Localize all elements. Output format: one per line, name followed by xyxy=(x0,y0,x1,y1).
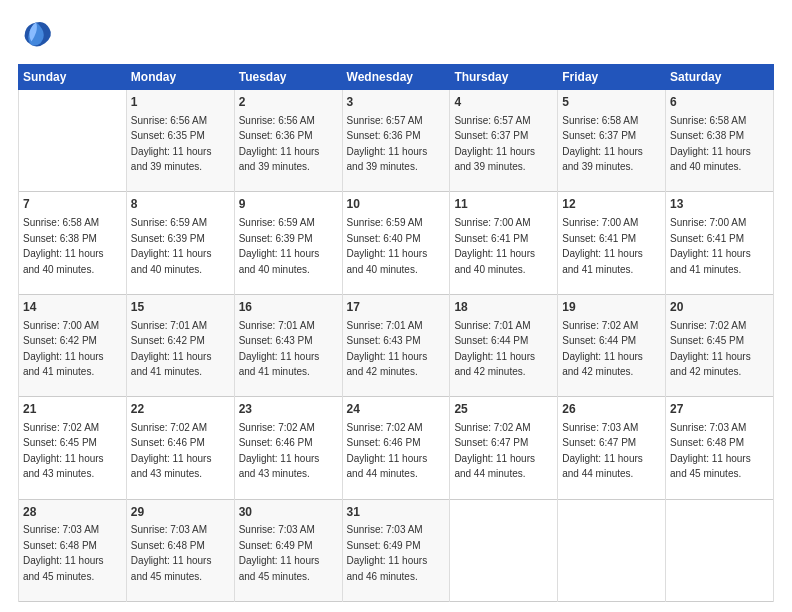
week-row-1: 1Sunrise: 6:56 AMSunset: 6:35 PMDaylight… xyxy=(19,90,774,192)
day-cell: 3Sunrise: 6:57 AMSunset: 6:36 PMDaylight… xyxy=(342,90,450,192)
day-cell: 31Sunrise: 7:03 AMSunset: 6:49 PMDayligh… xyxy=(342,499,450,601)
day-number: 7 xyxy=(23,196,122,213)
day-cell xyxy=(558,499,666,601)
day-info: Sunrise: 7:00 AMSunset: 6:41 PMDaylight:… xyxy=(454,217,535,275)
day-cell: 10Sunrise: 6:59 AMSunset: 6:40 PMDayligh… xyxy=(342,192,450,294)
week-row-4: 21Sunrise: 7:02 AMSunset: 6:45 PMDayligh… xyxy=(19,397,774,499)
day-cell: 16Sunrise: 7:01 AMSunset: 6:43 PMDayligh… xyxy=(234,294,342,396)
day-number: 27 xyxy=(670,401,769,418)
day-cell: 26Sunrise: 7:03 AMSunset: 6:47 PMDayligh… xyxy=(558,397,666,499)
day-number: 22 xyxy=(131,401,230,418)
day-cell: 28Sunrise: 7:03 AMSunset: 6:48 PMDayligh… xyxy=(19,499,127,601)
day-cell: 23Sunrise: 7:02 AMSunset: 6:46 PMDayligh… xyxy=(234,397,342,499)
day-number: 8 xyxy=(131,196,230,213)
day-info: Sunrise: 7:01 AMSunset: 6:42 PMDaylight:… xyxy=(131,320,212,378)
day-number: 25 xyxy=(454,401,553,418)
day-number: 18 xyxy=(454,299,553,316)
day-number: 14 xyxy=(23,299,122,316)
day-cell: 5Sunrise: 6:58 AMSunset: 6:37 PMDaylight… xyxy=(558,90,666,192)
header-cell-saturday: Saturday xyxy=(666,65,774,90)
day-info: Sunrise: 7:03 AMSunset: 6:48 PMDaylight:… xyxy=(131,524,212,582)
day-cell: 19Sunrise: 7:02 AMSunset: 6:44 PMDayligh… xyxy=(558,294,666,396)
day-number: 19 xyxy=(562,299,661,316)
day-cell: 29Sunrise: 7:03 AMSunset: 6:48 PMDayligh… xyxy=(126,499,234,601)
day-cell: 9Sunrise: 6:59 AMSunset: 6:39 PMDaylight… xyxy=(234,192,342,294)
day-info: Sunrise: 7:03 AMSunset: 6:48 PMDaylight:… xyxy=(23,524,104,582)
day-info: Sunrise: 7:00 AMSunset: 6:42 PMDaylight:… xyxy=(23,320,104,378)
day-info: Sunrise: 7:00 AMSunset: 6:41 PMDaylight:… xyxy=(562,217,643,275)
day-number: 20 xyxy=(670,299,769,316)
day-number: 9 xyxy=(239,196,338,213)
day-info: Sunrise: 7:02 AMSunset: 6:46 PMDaylight:… xyxy=(347,422,428,480)
day-cell xyxy=(450,499,558,601)
day-number: 15 xyxy=(131,299,230,316)
day-cell: 6Sunrise: 6:58 AMSunset: 6:38 PMDaylight… xyxy=(666,90,774,192)
day-info: Sunrise: 7:02 AMSunset: 6:47 PMDaylight:… xyxy=(454,422,535,480)
day-cell: 4Sunrise: 6:57 AMSunset: 6:37 PMDaylight… xyxy=(450,90,558,192)
page: SundayMondayTuesdayWednesdayThursdayFrid… xyxy=(0,0,792,612)
day-info: Sunrise: 7:01 AMSunset: 6:43 PMDaylight:… xyxy=(239,320,320,378)
day-cell: 25Sunrise: 7:02 AMSunset: 6:47 PMDayligh… xyxy=(450,397,558,499)
day-info: Sunrise: 7:02 AMSunset: 6:46 PMDaylight:… xyxy=(131,422,212,480)
day-info: Sunrise: 7:03 AMSunset: 6:49 PMDaylight:… xyxy=(347,524,428,582)
day-number: 23 xyxy=(239,401,338,418)
day-info: Sunrise: 7:00 AMSunset: 6:41 PMDaylight:… xyxy=(670,217,751,275)
day-cell: 1Sunrise: 6:56 AMSunset: 6:35 PMDaylight… xyxy=(126,90,234,192)
day-cell: 27Sunrise: 7:03 AMSunset: 6:48 PMDayligh… xyxy=(666,397,774,499)
day-info: Sunrise: 6:59 AMSunset: 6:40 PMDaylight:… xyxy=(347,217,428,275)
week-row-3: 14Sunrise: 7:00 AMSunset: 6:42 PMDayligh… xyxy=(19,294,774,396)
calendar-table: SundayMondayTuesdayWednesdayThursdayFrid… xyxy=(18,64,774,602)
day-cell: 22Sunrise: 7:02 AMSunset: 6:46 PMDayligh… xyxy=(126,397,234,499)
header-cell-monday: Monday xyxy=(126,65,234,90)
day-cell: 8Sunrise: 6:59 AMSunset: 6:39 PMDaylight… xyxy=(126,192,234,294)
day-info: Sunrise: 6:56 AMSunset: 6:36 PMDaylight:… xyxy=(239,115,320,173)
logo xyxy=(18,18,58,54)
day-info: Sunrise: 6:57 AMSunset: 6:37 PMDaylight:… xyxy=(454,115,535,173)
day-number: 2 xyxy=(239,94,338,111)
day-number: 11 xyxy=(454,196,553,213)
day-cell: 13Sunrise: 7:00 AMSunset: 6:41 PMDayligh… xyxy=(666,192,774,294)
day-number: 4 xyxy=(454,94,553,111)
day-number: 16 xyxy=(239,299,338,316)
day-info: Sunrise: 6:56 AMSunset: 6:35 PMDaylight:… xyxy=(131,115,212,173)
header xyxy=(18,18,774,54)
day-info: Sunrise: 6:58 AMSunset: 6:37 PMDaylight:… xyxy=(562,115,643,173)
day-number: 24 xyxy=(347,401,446,418)
header-cell-thursday: Thursday xyxy=(450,65,558,90)
day-cell: 30Sunrise: 7:03 AMSunset: 6:49 PMDayligh… xyxy=(234,499,342,601)
day-number: 28 xyxy=(23,504,122,521)
day-number: 17 xyxy=(347,299,446,316)
day-info: Sunrise: 7:03 AMSunset: 6:48 PMDaylight:… xyxy=(670,422,751,480)
day-info: Sunrise: 7:01 AMSunset: 6:43 PMDaylight:… xyxy=(347,320,428,378)
header-cell-sunday: Sunday xyxy=(19,65,127,90)
day-number: 30 xyxy=(239,504,338,521)
day-cell: 21Sunrise: 7:02 AMSunset: 6:45 PMDayligh… xyxy=(19,397,127,499)
day-cell: 12Sunrise: 7:00 AMSunset: 6:41 PMDayligh… xyxy=(558,192,666,294)
header-cell-tuesday: Tuesday xyxy=(234,65,342,90)
day-cell: 15Sunrise: 7:01 AMSunset: 6:42 PMDayligh… xyxy=(126,294,234,396)
day-info: Sunrise: 6:59 AMSunset: 6:39 PMDaylight:… xyxy=(239,217,320,275)
day-cell: 7Sunrise: 6:58 AMSunset: 6:38 PMDaylight… xyxy=(19,192,127,294)
day-cell: 24Sunrise: 7:02 AMSunset: 6:46 PMDayligh… xyxy=(342,397,450,499)
day-info: Sunrise: 6:57 AMSunset: 6:36 PMDaylight:… xyxy=(347,115,428,173)
day-info: Sunrise: 7:02 AMSunset: 6:44 PMDaylight:… xyxy=(562,320,643,378)
day-info: Sunrise: 7:01 AMSunset: 6:44 PMDaylight:… xyxy=(454,320,535,378)
day-info: Sunrise: 6:58 AMSunset: 6:38 PMDaylight:… xyxy=(23,217,104,275)
day-info: Sunrise: 6:59 AMSunset: 6:39 PMDaylight:… xyxy=(131,217,212,275)
header-row: SundayMondayTuesdayWednesdayThursdayFrid… xyxy=(19,65,774,90)
week-row-5: 28Sunrise: 7:03 AMSunset: 6:48 PMDayligh… xyxy=(19,499,774,601)
day-info: Sunrise: 7:02 AMSunset: 6:46 PMDaylight:… xyxy=(239,422,320,480)
day-cell: 2Sunrise: 6:56 AMSunset: 6:36 PMDaylight… xyxy=(234,90,342,192)
day-cell: 18Sunrise: 7:01 AMSunset: 6:44 PMDayligh… xyxy=(450,294,558,396)
day-info: Sunrise: 7:02 AMSunset: 6:45 PMDaylight:… xyxy=(670,320,751,378)
day-number: 3 xyxy=(347,94,446,111)
day-number: 5 xyxy=(562,94,661,111)
day-cell xyxy=(19,90,127,192)
week-row-2: 7Sunrise: 6:58 AMSunset: 6:38 PMDaylight… xyxy=(19,192,774,294)
day-info: Sunrise: 7:03 AMSunset: 6:49 PMDaylight:… xyxy=(239,524,320,582)
day-number: 21 xyxy=(23,401,122,418)
header-cell-friday: Friday xyxy=(558,65,666,90)
day-number: 12 xyxy=(562,196,661,213)
day-number: 10 xyxy=(347,196,446,213)
day-cell: 20Sunrise: 7:02 AMSunset: 6:45 PMDayligh… xyxy=(666,294,774,396)
